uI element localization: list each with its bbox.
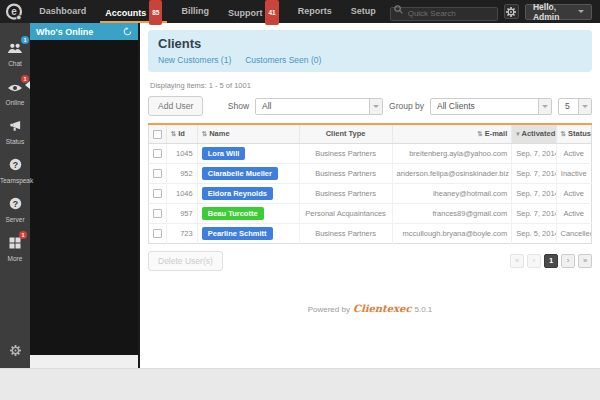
- user-menu-label: Hello, Admin: [533, 2, 574, 22]
- quick-search: [390, 2, 498, 21]
- client-name-badge[interactable]: Clarabelle Mueller: [202, 167, 278, 180]
- chevron-down-icon: [578, 99, 591, 114]
- cell-activated: Sep. 7, 2014: [512, 183, 556, 203]
- row-checkbox[interactable]: [153, 229, 162, 238]
- chat-badge: 1: [21, 36, 29, 44]
- row-checkbox[interactable]: [153, 169, 162, 178]
- link-new-customers[interactable]: New Customers (1): [158, 55, 231, 65]
- accounts-count-badge: 85: [149, 0, 162, 25]
- primary-nav: Dashboard Accounts85 Billing Support41 R…: [34, 0, 390, 23]
- pagination-page-1[interactable]: 1: [544, 254, 558, 268]
- column-header-id[interactable]: ⇅Id: [166, 124, 197, 143]
- cell-email: frances89@gmail.com: [392, 203, 512, 223]
- select-all-checkbox[interactable]: [153, 130, 162, 139]
- sort-desc-icon: ▾: [516, 130, 519, 137]
- cell-id: 723: [166, 223, 197, 243]
- table-row: 1046 Eldora Reynolds Business Partners i…: [149, 183, 592, 203]
- support-count-badge: 41: [265, 0, 278, 25]
- search-icon: [394, 5, 403, 14]
- sort-icon: ⇅: [171, 130, 176, 137]
- sidebar-label: Teamspeak: [0, 177, 30, 184]
- sidebar-item-more[interactable]: 1 More: [0, 228, 30, 267]
- powered-by-text: Powered by: [308, 305, 350, 314]
- question-circle-icon: ?: [9, 196, 22, 214]
- column-header-client-type[interactable]: Client Type: [299, 124, 392, 143]
- refresh-icon[interactable]: [123, 27, 132, 36]
- delete-users-button[interactable]: Delete User(s): [148, 251, 223, 271]
- sidebar-item-server[interactable]: ? Server: [0, 189, 30, 228]
- column-header-activated[interactable]: ▾Activated: [512, 124, 556, 143]
- sidebar-settings-button[interactable]: [0, 342, 30, 360]
- row-checkbox[interactable]: [153, 189, 162, 198]
- nav-billing[interactable]: Billing: [176, 0, 214, 23]
- app-window: e Dashboard Accounts85 Billing Support41…: [0, 0, 600, 400]
- sort-icon: ⇅: [561, 130, 566, 137]
- whos-online-title: Who's Online: [36, 27, 123, 37]
- group-by-value: All Clients: [431, 99, 538, 114]
- nav-label: Support: [228, 8, 263, 18]
- settings-button[interactable]: [504, 4, 519, 19]
- add-user-button[interactable]: Add User: [148, 96, 203, 116]
- sidebar-item-status[interactable]: Status: [0, 111, 30, 150]
- cell-status: Active: [556, 143, 591, 163]
- nav-accounts[interactable]: Accounts85: [100, 0, 167, 23]
- column-header-email[interactable]: ⇅E-mail: [392, 124, 512, 143]
- pagination-first[interactable]: «: [510, 254, 524, 268]
- cell-id: 952: [166, 163, 197, 183]
- table-row: 952 Clarabelle Mueller Business Partners…: [149, 163, 592, 183]
- nav-label: Accounts: [105, 8, 146, 18]
- sidebar-item-chat[interactable]: 1 Chat: [0, 33, 30, 72]
- nav-dashboard[interactable]: Dashboard: [34, 0, 91, 23]
- client-name-badge[interactable]: Pearline Schmitt: [202, 227, 273, 240]
- chat-users-icon: 1: [7, 40, 23, 58]
- user-menu-button[interactable]: Hello, Admin: [525, 4, 592, 20]
- cell-status: Active: [556, 203, 591, 223]
- megaphone-icon: [9, 118, 22, 136]
- cell-client-type: Business Partners: [299, 143, 392, 163]
- page-size-select[interactable]: 5: [558, 98, 592, 115]
- sidebar-label: More: [0, 255, 30, 262]
- client-name-badge[interactable]: Beau Turcotte: [202, 207, 264, 220]
- pagination-last[interactable]: »: [578, 254, 592, 268]
- row-checkbox[interactable]: [153, 209, 162, 218]
- sidebar-item-online[interactable]: 1 Online: [0, 72, 30, 111]
- nav-support[interactable]: Support41: [223, 0, 284, 23]
- column-header-status[interactable]: ⇅Status: [556, 124, 591, 143]
- icon-sidebar: 1 Chat 1 Online: [0, 23, 30, 368]
- nav-label: Dashboard: [39, 6, 86, 16]
- nav-label: Reports: [298, 6, 332, 16]
- brand-logo-text[interactable]: Clientexec: [353, 303, 412, 314]
- cell-activated: Sep. 7, 2014: [512, 163, 556, 183]
- clientexec-logo-icon[interactable]: e: [0, 3, 28, 21]
- client-name-badge[interactable]: Lora Will: [202, 147, 246, 160]
- show-filter-select[interactable]: All: [255, 98, 383, 115]
- group-by-select[interactable]: All Clients: [430, 98, 552, 115]
- cell-activated: Sep. 7, 2014: [512, 203, 556, 223]
- row-checkbox[interactable]: [153, 149, 162, 158]
- content-area: 1 Chat 1 Online: [0, 23, 600, 368]
- show-filter-value: All: [256, 99, 369, 114]
- column-header-name[interactable]: ⇅Name: [197, 124, 299, 143]
- sort-icon: ⇅: [477, 130, 482, 137]
- sidebar-item-teamspeak[interactable]: ? Teamspeak: [0, 150, 30, 189]
- client-name-badge[interactable]: Eldora Reynolds: [202, 187, 273, 200]
- sidebar-label: Status: [0, 138, 30, 145]
- whos-online-list: [30, 40, 138, 355]
- link-customers-seen[interactable]: Customers Seen (0): [245, 55, 321, 65]
- page-title: Clients: [158, 36, 582, 51]
- chevron-down-icon: [369, 99, 382, 114]
- version-text: 5.0.1: [415, 305, 433, 314]
- pagination-prev[interactable]: ‹: [527, 254, 541, 268]
- table-toolbar: Add User Show All Group by All Clients 5: [148, 96, 592, 116]
- sidebar-label: Online: [0, 99, 30, 106]
- nav-label: Billing: [181, 6, 209, 16]
- table-row: 723 Pearline Schmitt Business Partners m…: [149, 223, 592, 243]
- gear-icon: [10, 345, 21, 356]
- quick-search-input[interactable]: [390, 7, 498, 21]
- pagination-next[interactable]: ›: [561, 254, 575, 268]
- nav-setup[interactable]: Setup: [346, 0, 381, 23]
- clients-header-box: Clients New Customers (1) Customers Seen…: [148, 30, 592, 72]
- nav-reports[interactable]: Reports: [293, 0, 337, 23]
- chevron-down-icon: [538, 99, 551, 114]
- cell-client-type: Business Partners: [299, 223, 392, 243]
